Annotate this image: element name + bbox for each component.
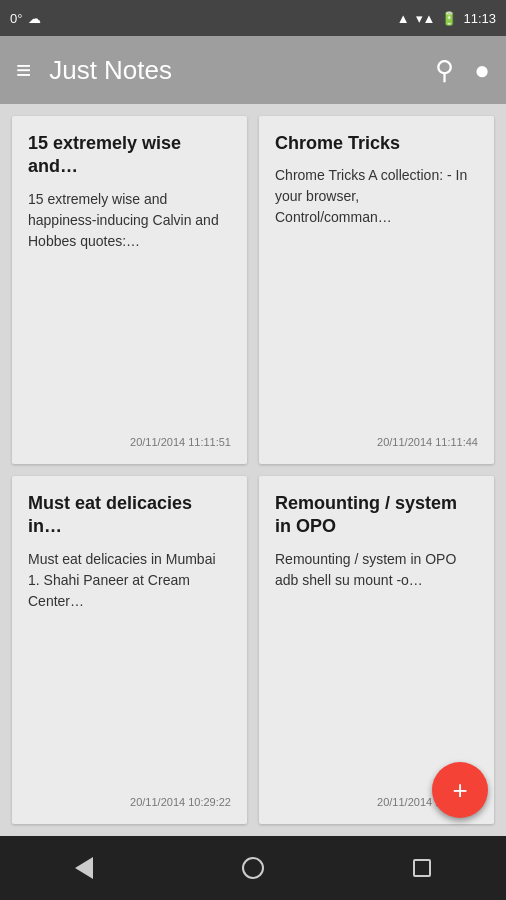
note-body-3: Must eat delicacies in Mumbai 1. Shahi P… [28, 549, 231, 784]
add-note-fab[interactable]: + [432, 762, 488, 818]
note-title-1: 15 extremely wise and… [28, 132, 231, 179]
app-bar: ≡ Just Notes ⚲ ● [0, 36, 506, 104]
back-button[interactable] [75, 857, 93, 879]
wifi-icon: ▾▲ [416, 11, 436, 26]
note-card-1[interactable]: 15 extremely wise and… 15 extremely wise… [12, 116, 247, 464]
time-display: 11:13 [463, 11, 496, 26]
note-title-2: Chrome Tricks [275, 132, 478, 155]
status-bar: 0° ☁ ▲ ▾▲ 🔋 11:13 [0, 0, 506, 36]
back-icon [75, 857, 93, 879]
note-date-1: 20/11/2014 11:11:51 [28, 436, 231, 448]
palette-button[interactable]: ● [474, 55, 490, 86]
cloud-icon: ☁ [28, 11, 41, 26]
notes-grid: 15 extremely wise and… 15 extremely wise… [0, 104, 506, 836]
note-body-4: Remounting / system in OPO adb shell su … [275, 549, 478, 784]
note-date-2: 20/11/2014 11:11:44 [275, 436, 478, 448]
note-card-2[interactable]: Chrome Tricks Chrome Tricks A collection… [259, 116, 494, 464]
app-bar-actions: ⚲ ● [435, 55, 490, 86]
nav-bar [0, 836, 506, 900]
note-title-3: Must eat delicacies in… [28, 492, 231, 539]
signal-icon: ▲ [397, 11, 410, 26]
note-title-4: Remounting / system in OPO [275, 492, 478, 539]
note-date-3: 20/11/2014 10:29:22 [28, 796, 231, 808]
recents-button[interactable] [413, 859, 431, 877]
app-title: Just Notes [49, 55, 435, 86]
battery-icon: 🔋 [441, 11, 457, 26]
home-icon [242, 857, 264, 879]
status-right: ▲ ▾▲ 🔋 11:13 [397, 11, 496, 26]
search-button[interactable]: ⚲ [435, 55, 454, 86]
note-body-1: 15 extremely wise and happiness-inducing… [28, 189, 231, 424]
temperature-indicator: 0° [10, 11, 22, 26]
note-card-3[interactable]: Must eat delicacies in… Must eat delicac… [12, 476, 247, 824]
notes-list-icon: ≡ [16, 55, 31, 86]
note-body-2: Chrome Tricks A collection: - In your br… [275, 165, 478, 424]
home-button[interactable] [242, 857, 264, 879]
add-icon: + [452, 775, 467, 806]
recents-icon [413, 859, 431, 877]
status-left: 0° ☁ [10, 11, 41, 26]
